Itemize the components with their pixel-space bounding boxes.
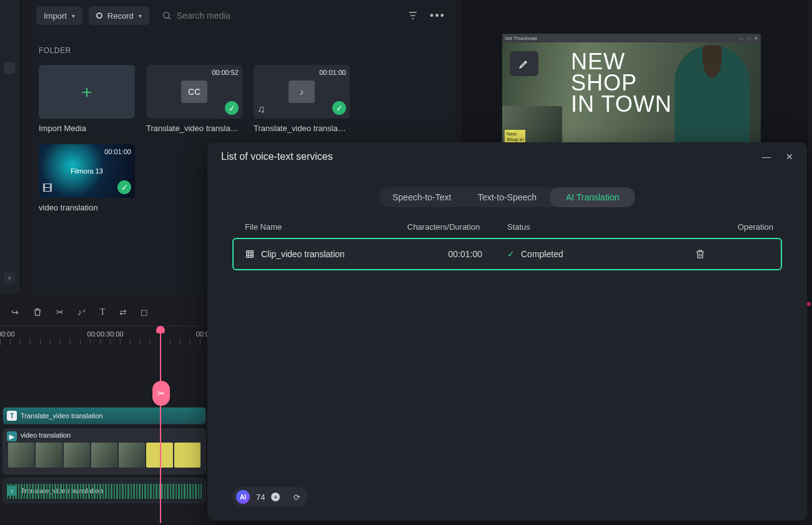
media-item[interactable]: 00:00:52 CC ✓ Translate_video transla… <box>146 65 242 133</box>
brand-text: Filmora 13 <box>71 167 103 175</box>
check-icon: ✓ <box>507 249 515 259</box>
record-icon <box>96 12 102 19</box>
pip-tag: NewShop in <box>505 130 525 144</box>
preview-frame: NewShop in NEW SHOP IN TOWN <box>502 42 761 146</box>
track-type-icon: ▶ <box>7 431 17 441</box>
record-dropdown[interactable]: Record ▾ <box>89 6 149 25</box>
modal-minimize-button[interactable]: — <box>762 152 771 162</box>
music-note-icon: ♫ <box>257 104 265 115</box>
import-thumb[interactable]: ＋ <box>39 65 135 119</box>
filmstrip-icon <box>245 249 255 259</box>
rail-collapse-btn[interactable]: ‹ <box>4 272 15 283</box>
subtitle-track[interactable]: T Translate_video translation <box>2 407 206 424</box>
timeline-toolbar: ↪ ✂ ♪⁺ T ⇄ ◻ <box>0 301 206 323</box>
split-handle[interactable]: ✂ <box>152 381 170 406</box>
tab-speech-to-text[interactable]: Speech-to-Text <box>379 187 465 207</box>
media-thumb[interactable]: 00:01:00 ♪ ♫ ✓ <box>254 65 350 119</box>
redo-icon[interactable]: ↪ <box>11 307 19 317</box>
chevron-down-icon: ▾ <box>72 12 75 19</box>
cc-icon: CC <box>181 81 207 103</box>
music-split-icon[interactable]: ♪⁺ <box>77 307 86 317</box>
track-label: video translation <box>21 431 71 439</box>
left-tool-rail <box>0 0 19 293</box>
svg-rect-2 <box>247 251 254 258</box>
video-track[interactable]: ▶ video translation <box>2 428 206 474</box>
scissors-icon[interactable]: ✂ <box>56 307 64 317</box>
track-label: Translate_video translation <box>21 412 103 420</box>
search-icon <box>162 11 172 21</box>
plus-icon: ＋ <box>78 80 96 104</box>
media-topbar: Import ▾ Record ▾ ••• <box>31 0 454 31</box>
table-row[interactable]: Clip_video translation 00:01:00 ✓ Comple… <box>232 238 782 270</box>
rail-item[interactable] <box>4 62 15 74</box>
media-item[interactable]: 00:01:00 ♪ ♫ ✓ Translate_video transla… <box>254 65 350 133</box>
pip-thumbnail: NewShop in <box>502 106 562 146</box>
col-status: Status <box>507 222 695 232</box>
col-operation: Operation <box>695 222 782 232</box>
close-icon[interactable]: ✕ <box>754 36 758 41</box>
tab-ai-translation[interactable]: AI Translation <box>550 187 635 207</box>
preview-window: Set Thumbnail — □ ✕ NewShop in NEW SHOP … <box>502 34 761 146</box>
search-wrap <box>156 11 401 21</box>
crop-icon[interactable]: ◻ <box>141 307 148 317</box>
media-name: video translation <box>39 203 135 212</box>
media-item[interactable]: 00:01:00 Filmora 13 🎞 ✓ video translatio… <box>39 144 135 212</box>
row-delete-button[interactable] <box>695 248 773 260</box>
maximize-icon[interactable]: □ <box>747 36 750 41</box>
waveform <box>7 484 202 499</box>
modal-close-button[interactable]: ✕ <box>786 152 793 162</box>
timeline-ruler[interactable]: 00:00 00:00:30:00 00:0 <box>0 326 206 352</box>
preview-title: Set Thumbnail <box>505 36 537 41</box>
preview-headline: NEW SHOP IN TOWN <box>571 51 672 115</box>
credits-count: 74 <box>256 493 265 502</box>
media-thumb[interactable]: 00:01:00 Filmora 13 🎞 ✓ <box>39 144 135 198</box>
chevron-down-icon: ▾ <box>139 12 142 19</box>
audio-file-icon: ♪ <box>289 81 315 103</box>
duration-badge: 00:01:00 <box>104 148 131 155</box>
filter-icon[interactable] <box>407 10 418 21</box>
preview-titlebar: Set Thumbnail — □ ✕ <box>502 34 761 42</box>
filmstrip-icon: 🎞 <box>42 183 52 194</box>
media-thumb[interactable]: 00:00:52 CC ✓ <box>146 65 242 119</box>
ai-icon: AI <box>236 490 250 504</box>
timeline-tracks: T Translate_video translation ▶ video tr… <box>2 407 206 507</box>
svg-point-0 <box>163 12 169 18</box>
record-label: Record <box>107 11 134 21</box>
audio-track[interactable]: ♪ Translate_video translation <box>2 478 206 503</box>
add-credits-button[interactable]: + <box>271 493 280 501</box>
row-duration: 00:01:00 <box>407 249 507 259</box>
duration-badge: 00:01:00 <box>319 69 346 76</box>
trash-icon[interactable] <box>32 307 42 317</box>
playhead[interactable] <box>160 326 161 523</box>
table-header: File Name Characters/Duration Status Ope… <box>207 207 807 238</box>
check-icon: ✓ <box>332 101 346 115</box>
check-icon: ✓ <box>117 180 131 194</box>
person-graphic <box>675 45 750 145</box>
track-type-icon: T <box>7 411 17 421</box>
edit-thumbnail-button[interactable] <box>510 51 538 76</box>
translate-icon[interactable]: ⇄ <box>119 307 127 317</box>
video-frames <box>8 443 201 468</box>
duration-badge: 00:00:52 <box>212 69 239 76</box>
media-item-import[interactable]: ＋ Import Media <box>39 65 135 133</box>
tab-text-to-speech[interactable]: Text-to-Speech <box>465 187 550 207</box>
minimize-icon[interactable]: — <box>738 36 743 41</box>
col-duration: Characters/Duration <box>407 222 507 232</box>
row-status: ✓ Completed <box>507 249 695 259</box>
media-name: Import Media <box>39 124 135 133</box>
check-icon: ✓ <box>225 101 239 115</box>
svg-line-1 <box>169 17 171 19</box>
ai-credits-chip[interactable]: AI 74 + ⟳ <box>232 487 308 507</box>
modal-header: List of voice-text services — ✕ <box>207 142 807 171</box>
import-dropdown[interactable]: Import ▾ <box>36 6 82 25</box>
row-file: Clip_video translation <box>245 249 407 259</box>
media-name: Translate_video transla… <box>146 124 242 133</box>
voice-text-services-modal: List of voice-text services — ✕ Speech-t… <box>207 142 807 521</box>
ruler-tick: 00:00:30:00 <box>87 330 124 338</box>
text-icon[interactable]: T <box>100 307 106 317</box>
search-input[interactable] <box>177 11 302 21</box>
folder-section-label: FOLDER <box>31 31 454 61</box>
col-file: File Name <box>245 222 407 232</box>
more-icon[interactable]: ••• <box>430 9 445 22</box>
refresh-icon[interactable]: ⟳ <box>294 493 300 502</box>
